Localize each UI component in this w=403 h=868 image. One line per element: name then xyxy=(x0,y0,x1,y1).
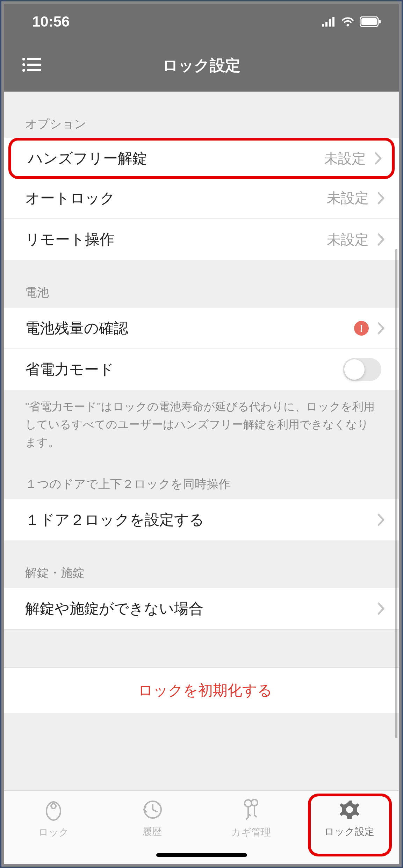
row-power-saving: 省電力モード xyxy=(4,349,399,390)
section-footer-battery: "省電力モード"はロックの電池寿命が延びる代わりに、ロックを利用しているすべての… xyxy=(4,390,399,462)
row-battery-check[interactable]: 電池残量の確認 ! xyxy=(4,308,399,349)
spacer xyxy=(4,629,399,668)
row-label: 省電力モード xyxy=(25,360,343,379)
row-value: 未設定 xyxy=(324,149,366,168)
row-label: リモート操作 xyxy=(25,230,327,249)
svg-point-10 xyxy=(22,63,25,66)
toggle-knob xyxy=(344,359,365,380)
scroll-indicator[interactable] xyxy=(395,249,397,738)
svg-point-17 xyxy=(245,800,252,807)
row-value: 未設定 xyxy=(327,188,369,208)
section-header-unlock-lock: 解錠・施錠 xyxy=(4,540,399,588)
svg-rect-11 xyxy=(27,64,41,66)
tab-bar: ロック 履歴 カギ管理 ロック設定 xyxy=(4,790,399,864)
tab-lock-settings[interactable]: ロック設定 xyxy=(300,791,399,846)
chevron-right-icon xyxy=(377,322,385,335)
wifi-icon xyxy=(341,16,355,27)
svg-rect-1 xyxy=(325,22,328,27)
status-bar: 10:56 xyxy=(4,4,399,39)
row-label: 電池残量の確認 xyxy=(25,318,354,338)
tab-label: カギ管理 xyxy=(231,826,271,839)
chevron-right-icon xyxy=(377,233,385,246)
chevron-right-icon xyxy=(377,513,385,526)
gear-icon xyxy=(339,799,360,822)
status-time: 10:56 xyxy=(32,13,70,30)
svg-rect-9 xyxy=(27,58,41,60)
battery-icon xyxy=(360,16,381,27)
cellular-signal-icon xyxy=(322,17,336,27)
row-label: １ドア２ロックを設定する xyxy=(25,510,377,530)
svg-point-19 xyxy=(346,806,353,813)
row-dual-lock-setup[interactable]: １ドア２ロックを設定する xyxy=(4,499,399,540)
svg-point-14 xyxy=(46,802,60,820)
tab-history[interactable]: 履歴 xyxy=(103,791,201,846)
history-icon xyxy=(142,799,163,822)
row-remote-operation[interactable]: リモート操作 未設定 xyxy=(4,219,399,260)
tab-lock[interactable]: ロック xyxy=(4,791,103,846)
row-label: オートロック xyxy=(25,188,327,208)
chevron-right-icon xyxy=(377,192,385,205)
reset-label: ロックを初期化する xyxy=(138,681,272,700)
bottom-padding xyxy=(4,713,399,755)
section-header-battery: 電池 xyxy=(4,260,399,308)
section-header-dual-lock: １つのドアで上下２ロックを同時操作 xyxy=(4,462,399,499)
lock-icon xyxy=(45,798,62,822)
svg-rect-3 xyxy=(332,17,334,27)
status-icons xyxy=(322,16,381,27)
row-label: ハンズフリー解錠 xyxy=(28,149,324,168)
svg-rect-6 xyxy=(361,18,377,25)
nav-header: ロック設定 xyxy=(4,39,399,92)
row-value: 未設定 xyxy=(327,230,369,249)
row-unlock-troubleshoot[interactable]: 解錠や施錠ができない場合 xyxy=(4,588,399,629)
tab-key-management[interactable]: カギ管理 xyxy=(202,791,300,846)
content-scroll[interactable]: オプション ハンズフリー解錠 未設定 オートロック 未設定 リモート操作 未設定 xyxy=(4,92,399,790)
page-title: ロック設定 xyxy=(4,55,399,76)
home-indicator[interactable] xyxy=(156,853,247,857)
tab-label: ロック設定 xyxy=(324,825,374,838)
power-saving-toggle[interactable] xyxy=(343,358,381,381)
key-icon xyxy=(241,798,261,822)
svg-point-4 xyxy=(347,24,349,27)
svg-point-15 xyxy=(51,804,56,809)
row-label: 解錠や施錠ができない場合 xyxy=(25,599,377,618)
alert-icon: ! xyxy=(354,321,369,336)
row-handsfree-unlock[interactable]: ハンズフリー解錠 未設定 xyxy=(8,138,395,179)
svg-rect-2 xyxy=(329,19,331,27)
svg-point-8 xyxy=(22,58,25,60)
svg-rect-7 xyxy=(379,20,381,23)
tab-label: ロック xyxy=(38,826,69,839)
menu-button[interactable] xyxy=(22,57,41,74)
svg-rect-13 xyxy=(27,69,41,71)
row-auto-lock[interactable]: オートロック 未設定 xyxy=(4,178,399,219)
chevron-right-icon xyxy=(374,152,382,165)
svg-point-12 xyxy=(22,69,25,72)
row-reset-lock[interactable]: ロックを初期化する xyxy=(4,668,399,713)
tab-label: 履歴 xyxy=(142,825,162,838)
chevron-right-icon xyxy=(377,602,385,615)
section-header-options: オプション xyxy=(4,92,399,139)
svg-rect-0 xyxy=(322,24,324,27)
